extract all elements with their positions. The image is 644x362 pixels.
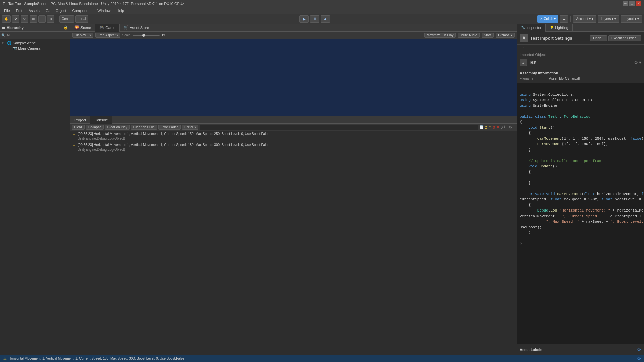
aspect-dropdown[interactable]: Free Aspect ▾ — [95, 33, 120, 38]
imported-object-section: Imported Object # Test ⚙ ▾ — [517, 51, 644, 69]
game-tab[interactable]: 🎮 Game — [95, 24, 120, 32]
step-button[interactable]: ⏭ — [321, 15, 330, 23]
game-tab-icon: 🎮 — [99, 25, 104, 30]
clear-on-build-button[interactable]: Clear on Build — [131, 125, 157, 130]
lighting-tab-label: Lighting — [555, 26, 568, 30]
toolbar-separator-2 — [91, 16, 91, 22]
settings-gear-icon: ⚙ — [634, 60, 638, 65]
cloud-button[interactable]: ☁ — [560, 15, 568, 23]
clear-on-play-button[interactable]: Clear on Play — [105, 125, 130, 130]
display-dropdown[interactable]: Display 1 ▾ — [72, 33, 93, 38]
scale-label: Scale — [122, 33, 131, 37]
code-section: using System.Collections; using System.C… — [517, 83, 644, 344]
hierarchy-panel: ☰ Hierarchy 🔒 🔍 All ▾ 🌐 SampleScene ⋮ ▾ … — [0, 24, 70, 355]
assembly-filename-key: Filename — [520, 77, 546, 80]
account-dropdown[interactable]: Account ▾ ▾ — [573, 15, 596, 23]
warning-icon-0: ⚠ — [72, 132, 76, 137]
hierarchy-icon: ☰ — [2, 25, 5, 30]
status-settings-icon[interactable]: ⚙ — [637, 355, 641, 362]
transform-tool-button[interactable]: ⊕ — [47, 15, 54, 23]
tree-item-maincamera[interactable]: ▾ 📷 Main Camera — [7, 46, 69, 51]
console-search-input[interactable] — [200, 125, 478, 130]
lighting-tab[interactable]: 💡 Lighting — [546, 24, 573, 32]
pause-button[interactable]: ⏸ — [310, 15, 319, 23]
play-button[interactable]: ▶ — [299, 15, 309, 23]
console-badges: 📄 2 ⚠ 0 ✕ 0 ℹ ⚙ — [480, 125, 515, 129]
imported-object-row: # Test ⚙ ▾ — [520, 58, 641, 67]
project-tab[interactable]: Project — [70, 116, 90, 124]
account-label: Account ▾ — [576, 17, 591, 21]
log-icon: ℹ — [504, 125, 505, 129]
asset-store-tab-label: Asset Store — [130, 26, 149, 30]
inspector-header: # Test Import Settings Open... Execution… — [517, 32, 644, 45]
minimize-button[interactable]: ─ — [623, 1, 628, 6]
menu-bar: File Edit Assets GameObject Component Wi… — [0, 7, 644, 14]
collab-label: Collab ▾ — [544, 17, 556, 21]
menu-file[interactable]: File — [1, 8, 13, 13]
rect-tool-button[interactable]: ⊡ — [38, 15, 46, 23]
view-tabs: 🌄 Scene 🎮 Game 🛒 Asset Store — [70, 24, 517, 32]
execution-order-button[interactable]: Execution Order... — [608, 35, 641, 41]
maximize-label: Maximize On Play — [427, 33, 454, 37]
layers-label: Layers ▾ — [601, 17, 613, 21]
open-button[interactable]: Open... — [590, 35, 607, 41]
scale-slider[interactable] — [133, 35, 160, 36]
collapse-button[interactable]: Collapse — [86, 125, 104, 130]
mute-label: Mute Audio — [460, 33, 477, 37]
inspector-tab-label: Inspector — [526, 26, 541, 30]
inspector-tab[interactable]: 🔧 Inspector — [517, 24, 546, 32]
layout-dropdown[interactable]: Layout ▾ ▾ — [621, 15, 642, 23]
imported-hash-icon: # — [520, 59, 527, 66]
console-tab[interactable]: Console — [90, 116, 112, 124]
asset-store-tab[interactable]: 🛒 Asset Store — [120, 24, 153, 32]
menu-gameobject[interactable]: GameObject — [43, 8, 69, 13]
expand-arrow-icon: ▾ — [2, 41, 6, 45]
layout-label: Layout ▾ — [624, 17, 636, 21]
console-row-0[interactable]: ⚠ [00:55:23] Horizontal Movement: 1, Ver… — [70, 131, 517, 142]
menu-component[interactable]: Component — [69, 8, 94, 13]
assembly-title: Assembly Information — [520, 71, 641, 75]
aspect-label: Free Aspect — [98, 33, 115, 37]
hierarchy-content: ▾ 🌐 SampleScene ⋮ ▾ 📷 Main Camera — [0, 39, 70, 355]
layers-dropdown[interactable]: Layers ▾ ▾ — [598, 15, 619, 23]
rotate-tool-button[interactable]: ↻ — [21, 15, 28, 23]
center-button[interactable]: Center — [59, 15, 74, 23]
stats-button[interactable]: Stats — [482, 33, 494, 38]
scale-thumb — [142, 34, 145, 37]
mute-audio-button[interactable]: Mute Audio — [458, 33, 479, 38]
console-msg-line2-0: UnityEngine.Debug:Log(Object) — [78, 136, 515, 141]
hierarchy-lock-button[interactable]: 🔒 — [63, 25, 68, 30]
menu-help[interactable]: Help — [114, 8, 127, 13]
scale-tool-button[interactable]: ⊞ — [30, 15, 37, 23]
close-button[interactable]: ✕ — [636, 1, 641, 6]
console-settings-button[interactable]: ⚙ — [507, 125, 514, 129]
console-row-1[interactable]: ⚠ [00:55:23] Horizontal Movement: 1, Ver… — [70, 142, 517, 153]
menu-assets[interactable]: Assets — [26, 8, 42, 13]
inspector-hash-icon: # — [520, 34, 528, 42]
scene-menu-button[interactable]: ⋮ — [64, 41, 68, 45]
menu-window[interactable]: Window — [95, 8, 113, 13]
error-icon: ✕ — [496, 125, 499, 129]
menu-edit[interactable]: Edit — [13, 8, 25, 13]
editor-dropdown[interactable]: Editor ▾ — [182, 125, 198, 130]
game-tab-label: Game — [105, 26, 115, 30]
toolbar: ✋ ✥ ↻ ⊞ ⊡ ⊕ Center Local ▶ ⏸ ⏭ ✓ Collab … — [0, 14, 644, 24]
restore-button[interactable]: □ — [629, 1, 635, 6]
clear-button[interactable]: Clear — [72, 125, 85, 130]
imported-name-label: Test — [529, 60, 536, 65]
maximize-on-play-button[interactable]: Maximize On Play — [424, 33, 456, 38]
move-tool-button[interactable]: ✥ — [12, 15, 19, 23]
error-pause-button[interactable]: Error Pause — [158, 125, 181, 130]
collab-button[interactable]: ✓ Collab ▾ — [537, 15, 558, 23]
scene-tab[interactable]: 🌄 Scene — [70, 24, 95, 32]
asset-labels-settings-icon[interactable]: ⚙ — [637, 346, 641, 353]
hierarchy-search-icon: 🔍 — [1, 33, 5, 37]
tree-item-samplescene[interactable]: ▾ 🌐 SampleScene ⋮ — [1, 40, 69, 46]
scene-tab-label: Scene — [80, 26, 91, 30]
hand-tool-button[interactable]: ✋ — [2, 15, 11, 23]
gizmos-dropdown[interactable]: Gizmos ▾ — [496, 33, 515, 38]
console-message-0: [00:55:23] Horizontal Movement: 1, Verti… — [78, 132, 515, 141]
local-button[interactable]: Local — [75, 15, 88, 23]
imported-settings-button[interactable]: ⚙ ▾ — [634, 60, 641, 65]
console-msg-line2-1: UnityEngine.Debug:Log(Object) — [78, 147, 515, 152]
